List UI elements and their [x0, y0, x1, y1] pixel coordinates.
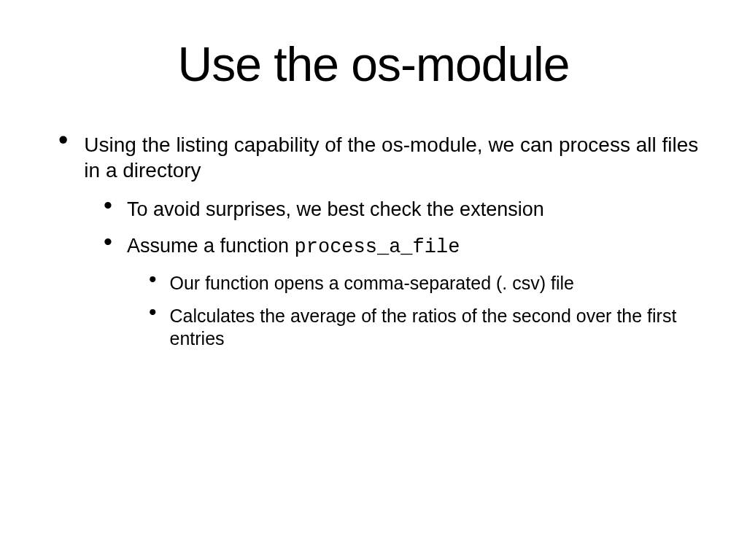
bullet-text: Calculates the average of the ratios of … [170, 305, 703, 351]
bullet-text: Our function opens a comma-separated (. … [170, 272, 574, 295]
bullet-text-prefix: Assume a function [127, 235, 295, 257]
bullet-subsublist: • Our function opens a comma-separated (… [44, 272, 703, 351]
bullet-level3: • Calculates the average of the ratios o… [149, 305, 703, 351]
bullet-dot-icon: • [104, 198, 112, 212]
bullet-level3: • Our function opens a comma-separated (… [149, 272, 703, 295]
bullet-sublist: • To avoid surprises, we best check the … [44, 198, 703, 350]
bullet-level1: • Using the listing capability of the os… [58, 132, 703, 183]
bullet-dot-icon: • [149, 272, 157, 287]
code-text: process_a_file [295, 236, 460, 258]
bullet-level2: • To avoid surprises, we best check the … [104, 198, 703, 222]
bullet-dot-icon: • [104, 234, 112, 249]
bullet-text: Using the listing capability of the os-m… [84, 132, 703, 183]
bullet-text: To avoid surprises, we best check the ex… [127, 198, 544, 222]
bullet-level2: • Assume a function process_a_file [104, 234, 703, 260]
slide-title: Use the os-module [44, 36, 703, 92]
bullet-text: Assume a function process_a_file [127, 234, 460, 260]
bullet-list: • Using the listing capability of the os… [44, 132, 703, 350]
slide-container: Use the os-module • Using the listing ca… [0, 0, 747, 560]
bullet-dot-icon: • [58, 132, 68, 149]
bullet-dot-icon: • [149, 305, 157, 319]
